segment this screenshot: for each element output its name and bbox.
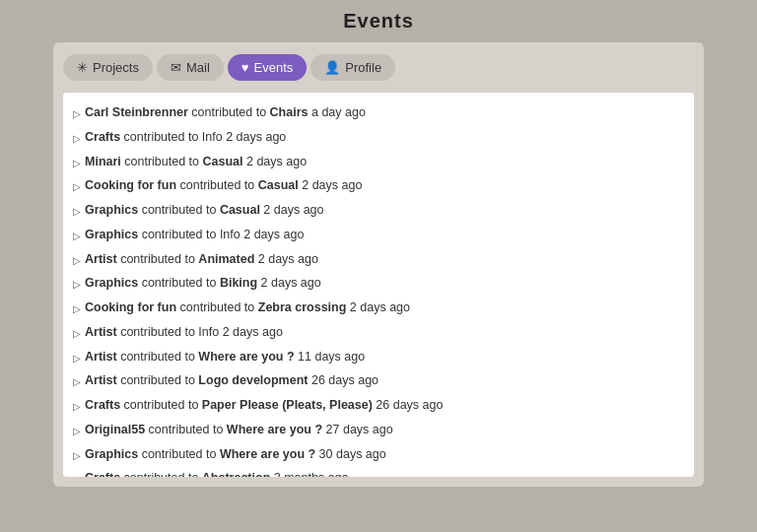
list-item: ▷Cooking for fun contributed to Zebra cr… [73, 296, 672, 320]
event-text: Artist contributed to Animated 2 days ag… [85, 250, 672, 269]
events-label: Events [254, 60, 294, 75]
event-target: Casual [220, 203, 260, 217]
event-text: Artist contributed to Info 2 days ago [85, 323, 672, 342]
event-subject: Crafts [85, 130, 120, 144]
profile-label: Profile [345, 60, 381, 75]
event-target: Zebra crossing [258, 300, 347, 314]
event-text: Carl Steinbrenner contributed to Chairs … [85, 103, 672, 122]
event-text: Graphics contributed to Where are you ? … [85, 445, 672, 464]
event-text: Cooking for fun contributed to Casual 2 … [85, 176, 672, 195]
tab-mail[interactable]: ✉Mail [157, 54, 224, 81]
event-arrow-icon: ▷ [73, 399, 81, 414]
tab-profile[interactable]: 👤Profile [310, 54, 395, 81]
event-subject: Carl Steinbrenner [85, 105, 188, 119]
event-subject: Artist [85, 325, 117, 339]
list-item: ▷Crafts contributed to Abstraction 2 mon… [73, 466, 672, 477]
projects-icon: ✳ [77, 60, 88, 75]
event-text: Graphics contributed to Casual 2 days ag… [85, 201, 672, 220]
event-target: Chairs [270, 105, 309, 119]
list-item: ▷Crafts contributed to Info 2 days ago [73, 125, 672, 150]
events-list[interactable]: ▷Carl Steinbrenner contributed to Chairs… [63, 93, 694, 477]
mail-icon: ✉ [171, 60, 181, 75]
event-arrow-icon: ▷ [73, 326, 81, 341]
list-item: ▷Original55 contributed to Where are you… [73, 418, 672, 442]
main-container: ✳Projects✉Mail♥Events👤Profile ▷Carl Stei… [53, 42, 704, 487]
event-target: Paper Please (Pleats, Please) [202, 398, 373, 412]
event-arrow-icon: ▷ [73, 301, 81, 316]
event-target: Where are you ? [227, 423, 322, 436]
event-subject: Graphics [85, 203, 138, 217]
event-text: Crafts contributed to Abstraction 2 mont… [85, 469, 672, 477]
events-icon: ♥ [241, 60, 249, 75]
list-item: ▷Carl Steinbrenner contributed to Chairs… [73, 100, 672, 125]
list-item: ▷Crafts contributed to Paper Please (Ple… [73, 393, 672, 418]
event-subject: Graphics [85, 447, 138, 461]
list-item: ▷Graphics contributed to Casual 2 days a… [73, 198, 672, 223]
event-target: Logo development [198, 373, 308, 387]
event-arrow-icon: ▷ [73, 253, 81, 268]
nav-tabs: ✳Projects✉Mail♥Events👤Profile [63, 54, 694, 81]
list-item: ▷Graphics contributed to Biking 2 days a… [73, 271, 672, 296]
mail-label: Mail [186, 60, 210, 75]
event-target: Casual [203, 155, 243, 168]
event-arrow-icon: ▷ [73, 351, 81, 366]
event-arrow-icon: ▷ [73, 179, 81, 194]
list-item: ▷Artist contributed to Where are you ? 1… [73, 345, 672, 369]
list-item: ▷Artist contributed to Logo development … [73, 368, 672, 393]
profile-icon: 👤 [324, 60, 340, 75]
event-text: Crafts contributed to Info 2 days ago [85, 128, 672, 147]
event-arrow-icon: ▷ [73, 374, 81, 389]
event-subject: Artist [85, 252, 117, 266]
event-text: Minari contributed to Casual 2 days ago [85, 153, 672, 171]
event-target: Casual [258, 178, 299, 192]
event-arrow-icon: ▷ [73, 472, 81, 477]
event-target: Animated [198, 252, 254, 266]
events-panel: ▷Carl Steinbrenner contributed to Chairs… [63, 93, 694, 477]
list-item: ▷Minari contributed to Casual 2 days ago [73, 150, 672, 174]
event-text: Graphics contributed to Info 2 days ago [85, 226, 672, 244]
event-text: Crafts contributed to Paper Please (Plea… [85, 396, 672, 415]
event-arrow-icon: ▷ [73, 106, 81, 121]
event-arrow-icon: ▷ [73, 131, 81, 146]
event-subject: Artist [85, 350, 117, 364]
event-arrow-icon: ▷ [73, 448, 81, 463]
event-target: Biking [220, 276, 257, 290]
event-arrow-icon: ▷ [73, 229, 81, 243]
event-subject: Graphics [85, 228, 138, 241]
event-arrow-icon: ▷ [73, 156, 81, 170]
tab-events[interactable]: ♥Events [228, 54, 307, 81]
event-subject: Crafts [85, 471, 120, 477]
event-subject: Cooking for fun [85, 178, 176, 192]
tab-projects[interactable]: ✳Projects [63, 54, 153, 81]
event-subject: Cooking for fun [85, 300, 176, 314]
event-subject: Artist [85, 373, 117, 387]
event-subject: Original55 [85, 423, 145, 436]
event-arrow-icon: ▷ [73, 277, 81, 292]
event-subject: Graphics [85, 276, 138, 290]
projects-label: Projects [93, 60, 139, 75]
list-item: ▷Artist contributed to Animated 2 days a… [73, 247, 672, 272]
list-item: ▷Cooking for fun contributed to Casual 2… [73, 173, 672, 198]
event-target: Where are you ? [198, 350, 294, 364]
event-text: Cooking for fun contributed to Zebra cro… [85, 299, 672, 317]
event-subject: Crafts [85, 398, 120, 412]
list-item: ▷Graphics contributed to Info 2 days ago [73, 223, 672, 247]
event-arrow-icon: ▷ [73, 204, 81, 219]
event-text: Artist contributed to Logo development 2… [85, 371, 672, 390]
event-target: Abstraction [202, 471, 270, 477]
list-item: ▷Artist contributed to Info 2 days ago [73, 320, 672, 345]
list-item: ▷Graphics contributed to Where are you ?… [73, 442, 672, 467]
event-subject: Minari [85, 155, 121, 168]
event-text: Graphics contributed to Biking 2 days ag… [85, 274, 672, 293]
page-title: Events [343, 10, 414, 33]
event-text: Artist contributed to Where are you ? 11… [85, 348, 672, 366]
event-text: Original55 contributed to Where are you … [85, 421, 672, 439]
event-arrow-icon: ▷ [73, 424, 81, 438]
event-target: Where are you ? [220, 447, 315, 461]
